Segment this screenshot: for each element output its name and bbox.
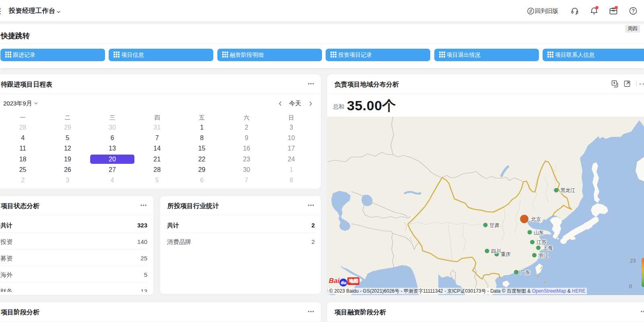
svg-text:重庆: 重庆	[501, 252, 511, 257]
svg-text:黑龙江: 黑龙江	[560, 188, 576, 193]
svg-text:北京: 北京	[531, 217, 541, 222]
svg-text:上海: 上海	[543, 245, 553, 251]
svg-text:山东: 山东	[534, 230, 544, 235]
svg-text:江苏: 江苏	[537, 239, 547, 245]
svg-text:四川: 四川	[491, 248, 501, 254]
svg-text:甘肃: 甘肃	[489, 223, 500, 228]
svg-text:浙江: 浙江	[539, 253, 549, 258]
svg-text:广东: 广东	[520, 270, 530, 275]
